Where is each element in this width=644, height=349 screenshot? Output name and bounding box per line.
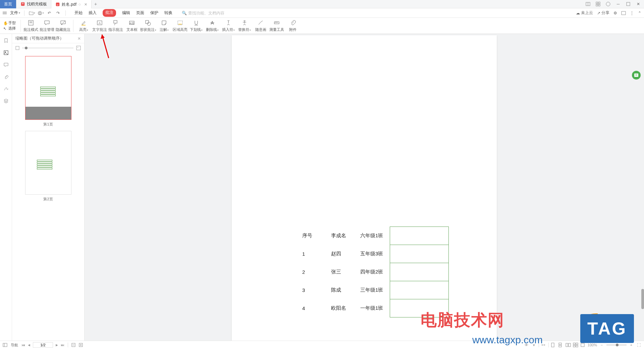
insert-caret-button[interactable]: T插入符▾ <box>220 19 236 32</box>
doc-tab-label: 姓名.pdf <box>62 2 76 7</box>
close-window-button[interactable]: ✕ <box>635 0 642 8</box>
zoom-level[interactable]: 100% <box>588 343 597 347</box>
note-icon <box>28 19 34 27</box>
open-icon[interactable]: ▾ <box>29 10 35 16</box>
panel-icon[interactable] <box>621 11 626 15</box>
fullscreen-icon[interactable] <box>580 343 586 347</box>
menu-tab-annotate[interactable]: 批注 <box>103 9 116 17</box>
pin-icon[interactable]: ◇ <box>78 3 81 6</box>
thumbnail-2[interactable]: 第2页 <box>25 131 71 202</box>
redo-icon[interactable]: ↷ <box>55 10 61 16</box>
thumb-size-small-icon[interactable] <box>15 46 19 50</box>
bookmark-icon[interactable] <box>3 37 9 44</box>
highlight-button[interactable]: 高亮▾ <box>75 19 92 32</box>
text-annotate-button[interactable]: A文字批注 <box>92 19 108 32</box>
template-tab-label: 找稻壳模板 <box>27 1 47 7</box>
floating-help-button[interactable] <box>632 71 641 80</box>
maximize-button[interactable] <box>625 0 632 8</box>
hide-annotate-button[interactable]: 隐藏批注 <box>55 19 71 32</box>
zoom-slider[interactable] <box>606 345 627 345</box>
undo-icon[interactable]: ↶ <box>46 10 53 16</box>
shape-annotate-button[interactable]: 形状批注▾ <box>140 19 156 32</box>
doc-tab[interactable]: P 姓名.pdf ◇ ✕ <box>51 0 92 8</box>
replace-icon: T <box>241 19 248 27</box>
collapse-ribbon-icon[interactable]: ⌃ <box>638 11 641 15</box>
share-button[interactable]: ↗分享 <box>597 10 609 16</box>
thumbnail-header: 缩略图（可拖动调整顺序） ✕ <box>12 34 84 43</box>
point-annotate-button[interactable]: 指示批注 <box>108 19 124 32</box>
home-tab[interactable]: 首页 <box>0 0 16 8</box>
menu-tab-insert[interactable]: 插入 <box>89 9 97 17</box>
annotate-mode-button[interactable]: 批注模式 <box>23 19 39 32</box>
search-input[interactable] <box>188 11 242 15</box>
hide-comment-icon <box>60 19 66 27</box>
menu-tab-protect[interactable]: 保护 <box>150 9 158 17</box>
annotate-manage-button[interactable]: 批注管理 <box>39 19 55 32</box>
zoom-plus-icon[interactable]: + <box>629 343 634 347</box>
document-area[interactable]: 序号李成名六年级1班 1赵四五年级3班 2张三四年级2班 3陈成三年级1班 4欧… <box>85 34 644 341</box>
two-page-icon[interactable] <box>566 343 571 347</box>
textbox-button[interactable]: A目文本框 <box>124 19 140 32</box>
layers-icon[interactable] <box>3 98 9 104</box>
zoom-minus-icon[interactable]: − <box>599 343 604 347</box>
prev-page-icon[interactable]: ◄ <box>27 343 31 347</box>
template-tab[interactable]: 找稻壳模板 <box>16 0 51 8</box>
table-border-right <box>448 227 449 317</box>
freehand-button[interactable]: 随意画 <box>253 19 269 32</box>
print-icon[interactable]: ▾ <box>37 10 44 16</box>
last-page-icon[interactable]: ⏭ <box>61 343 64 347</box>
more-icon[interactable]: ⋮ <box>630 11 634 15</box>
svg-rect-63 <box>573 345 575 347</box>
thumb-size-slider[interactable] <box>22 48 73 48</box>
next-page-icon[interactable]: ► <box>55 343 59 347</box>
single-page-icon[interactable] <box>551 343 556 347</box>
file-menu[interactable]: 文件▾ <box>10 10 20 16</box>
thumbnail-icon[interactable] <box>3 49 9 56</box>
zoom-in-icon[interactable] <box>79 343 83 347</box>
two-continuous-icon[interactable] <box>573 343 578 347</box>
attachment-button[interactable]: 附件 <box>285 19 301 32</box>
menu-tab-start[interactable]: 开始 <box>74 9 83 17</box>
page-input[interactable] <box>33 342 53 348</box>
hamburger-icon[interactable] <box>3 10 8 16</box>
note-button[interactable]: 注解▾ <box>156 19 172 32</box>
zoom-out-icon[interactable] <box>71 343 75 347</box>
first-page-icon[interactable]: ⏮ <box>21 343 25 347</box>
svg-rect-56 <box>551 343 554 347</box>
attachment-side-icon[interactable] <box>3 73 9 80</box>
settings-icon[interactable]: ⚙ <box>613 11 617 15</box>
select-tool[interactable]: ↖选择 <box>3 26 16 31</box>
comments-icon[interactable] <box>3 61 9 68</box>
nav-label[interactable]: 导航 <box>11 343 18 348</box>
close-tab-icon[interactable]: ✕ <box>84 2 87 7</box>
thumb-size-large-icon[interactable] <box>76 46 81 50</box>
signature-icon[interactable] <box>3 86 9 92</box>
cursor-mode-group: ✋手型 ↖选择 <box>3 20 16 31</box>
continuous-icon[interactable] <box>558 343 564 347</box>
close-panel-icon[interactable]: ✕ <box>77 36 81 41</box>
menu-tab-page[interactable]: 页面 <box>136 9 144 17</box>
area-highlight-button[interactable]: 区域高亮 <box>172 19 188 32</box>
replace-caret-button[interactable]: T替换符▾ <box>236 19 253 32</box>
ribbon: ✋手型 ↖选择 批注模式 批注管理 隐藏批注 高亮▾ A文字批注 指示批注 A目… <box>0 18 644 34</box>
nav-toggle-icon[interactable] <box>3 343 7 347</box>
menu-tab-convert[interactable]: 转换 <box>164 9 172 17</box>
grid-icon[interactable] <box>594 0 602 8</box>
search-box[interactable]: 🔍 <box>182 11 242 15</box>
measure-button[interactable]: 测量工具 <box>269 19 285 32</box>
skin-icon[interactable] <box>604 0 612 8</box>
sticky-icon <box>161 19 167 27</box>
layout-icon[interactable] <box>584 0 592 8</box>
thumbnail-1[interactable]: 第1页 <box>25 56 71 127</box>
svg-rect-42 <box>16 46 19 50</box>
minimize-button[interactable]: ─ <box>614 0 622 8</box>
underline-button[interactable]: 下划线▾ <box>188 19 204 32</box>
menu-tab-edit[interactable]: 编辑 <box>122 9 130 17</box>
divider <box>548 343 549 347</box>
scrollbar-thumb[interactable] <box>641 289 644 309</box>
cloud-status[interactable]: ☁未上云 <box>576 10 593 16</box>
hand-tool[interactable]: ✋手型 <box>3 20 16 26</box>
strikethrough-button[interactable]: A删除线▾ <box>204 19 220 32</box>
expand-icon[interactable]: ⛶ <box>636 343 641 347</box>
new-tab-button[interactable]: + <box>92 1 100 7</box>
